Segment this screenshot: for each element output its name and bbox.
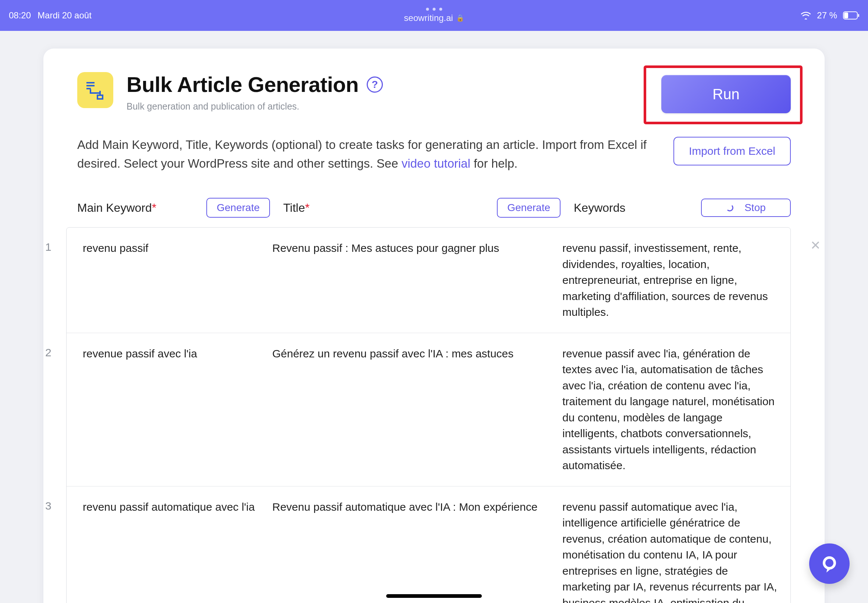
svg-point-8 <box>825 559 834 567</box>
page-title: Bulk Article Generation <box>127 72 359 97</box>
browser-url: seowriting.ai 🔒 <box>404 13 464 23</box>
ios-status-bar: 08:20 Mardi 20 août seowriting.ai 🔒 27 % <box>0 0 868 31</box>
task-table: 1 revenu passif Revenu passif : Mes astu… <box>66 227 791 603</box>
cell-keywords[interactable]: revenu passif, investissement, rente, di… <box>562 240 791 320</box>
cell-main-keyword[interactable]: revenu passif <box>67 240 272 320</box>
cell-keywords[interactable]: revenu passif automatique avec l'ia, int… <box>562 499 791 603</box>
col-keywords: Keywords <box>574 201 626 215</box>
lock-icon: 🔒 <box>456 14 464 22</box>
svg-rect-3 <box>87 82 94 83</box>
video-tutorial-link[interactable]: video tutorial <box>402 157 470 170</box>
status-left: 08:20 Mardi 20 août <box>9 10 91 20</box>
svg-rect-5 <box>87 88 91 89</box>
main-card: Bulk Article Generation ? Bulk generatio… <box>43 48 825 603</box>
table-header: Main Keyword* Generate Title* Generate K… <box>77 198 791 218</box>
status-center: seowriting.ai 🔒 <box>404 8 464 23</box>
stop-button[interactable]: Stop <box>701 199 791 217</box>
svg-rect-4 <box>87 85 94 87</box>
spinner-icon <box>726 204 733 212</box>
import-excel-button[interactable]: Import from Excel <box>673 137 791 165</box>
row-number: 1 <box>45 241 51 254</box>
cell-main-keyword[interactable]: revenue passif avec l'ia <box>67 346 272 473</box>
status-time: 08:20 <box>9 10 31 20</box>
svg-rect-2 <box>858 14 859 17</box>
svg-rect-1 <box>844 12 848 19</box>
table-row: 3 revenu passif automatique avec l'ia Re… <box>67 486 791 603</box>
stop-label: Stop <box>744 202 766 213</box>
row-number: 3 <box>45 500 51 512</box>
cell-keywords[interactable]: revenue passif avec l'ia, génération de … <box>562 346 791 473</box>
table-row: 1 revenu passif Revenu passif : Mes astu… <box>67 227 791 333</box>
home-indicator[interactable] <box>386 594 482 598</box>
app-logo-icon <box>77 72 113 108</box>
col-main-keyword: Main Keyword* <box>77 201 156 215</box>
generate-main-button[interactable]: Generate <box>206 198 270 218</box>
generate-title-button[interactable]: Generate <box>497 198 560 218</box>
chat-bubble-button[interactable] <box>809 543 849 584</box>
table-row: 2 revenue passif avec l'ia Générez un re… <box>67 333 791 486</box>
cell-main-keyword[interactable]: revenu passif automatique avec l'ia <box>67 499 272 603</box>
help-icon[interactable]: ? <box>367 76 383 93</box>
cell-title[interactable]: Revenu passif automatique avec l'IA : Mo… <box>272 499 562 603</box>
status-date: Mardi 20 août <box>37 10 91 20</box>
intro-part1: Add Main Keyword, Title, Keywords (optio… <box>77 138 647 170</box>
battery-percent: 27 % <box>817 10 837 20</box>
intro-part2: for help. <box>470 157 517 170</box>
multitask-dots-icon <box>426 8 442 11</box>
battery-icon <box>843 11 859 20</box>
col-title: Title* <box>283 201 310 215</box>
status-right: 27 % <box>801 10 859 20</box>
cell-title[interactable]: Générez un revenu passif avec l'IA : mes… <box>272 346 562 473</box>
wifi-icon <box>801 11 811 20</box>
url-text: seowriting.ai <box>404 13 453 23</box>
svg-rect-6 <box>97 95 103 99</box>
close-icon[interactable]: ✕ <box>810 238 820 253</box>
row-number: 2 <box>45 346 51 359</box>
run-button[interactable]: Run <box>661 75 791 113</box>
intro-text: Add Main Keyword, Title, Keywords (optio… <box>77 135 651 173</box>
cell-title[interactable]: Revenu passif : Mes astuces pour gagner … <box>272 240 562 320</box>
